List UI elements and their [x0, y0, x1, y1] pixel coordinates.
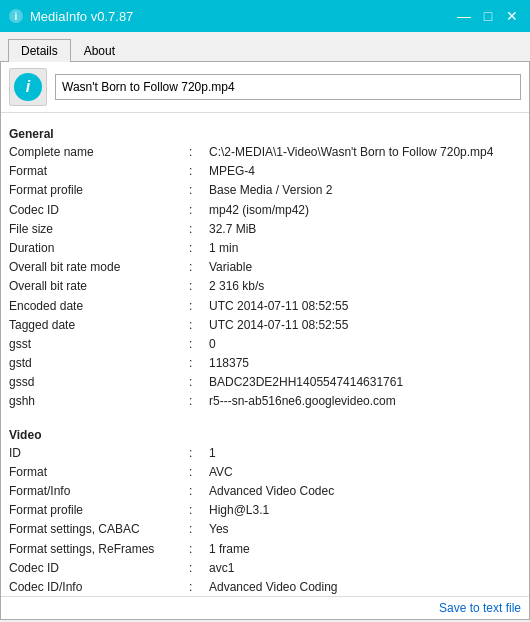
table-row: gshh : r5---sn-ab516ne6.googlevideo.com — [9, 392, 521, 411]
table-row: Overall bit rate mode : Variable — [9, 258, 521, 277]
table-row: Format profile : Base Media / Version 2 — [9, 181, 521, 200]
title-bar: i MediaInfo v0.7.87 — □ ✕ — [0, 0, 530, 32]
table-row: ID : 1 — [9, 444, 521, 463]
tab-details[interactable]: Details — [8, 39, 71, 62]
app-title: MediaInfo v0.7.87 — [30, 9, 133, 24]
info-area[interactable]: General Complete name : C:\2-MEDIA\1-Vid… — [1, 113, 529, 596]
table-row: Format : MPEG-4 — [9, 162, 521, 181]
table-row: File size : 32.7 MiB — [9, 220, 521, 239]
table-row: Encoded date : UTC 2014-07-11 08:52:55 — [9, 297, 521, 316]
file-icon-inner: i — [14, 73, 42, 101]
table-row: Format profile : High@L3.1 — [9, 501, 521, 520]
svg-text:i: i — [15, 11, 18, 22]
table-row: Codec ID : avc1 — [9, 559, 521, 578]
title-bar-left: i MediaInfo v0.7.87 — [8, 8, 133, 24]
table-row: gstd : 118375 — [9, 354, 521, 373]
icon-letter: i — [26, 78, 30, 96]
table-row: Codec ID/Info : Advanced Video Coding — [9, 578, 521, 596]
window-controls: — □ ✕ — [454, 6, 522, 26]
table-row: Format settings, ReFrames : 1 frame — [9, 540, 521, 559]
tab-about[interactable]: About — [71, 39, 128, 62]
main-content: i General Complete name : C:\2-MEDIA\1-V… — [0, 62, 530, 620]
app-icon: i — [8, 8, 24, 24]
table-row: Format/Info : Advanced Video Codec — [9, 482, 521, 501]
file-header: i — [1, 62, 529, 113]
table-row: Tagged date : UTC 2014-07-11 08:52:55 — [9, 316, 521, 335]
save-to-text-link[interactable]: Save to text file — [439, 601, 521, 615]
general-section-title: General — [9, 127, 521, 141]
table-row: Complete name : C:\2-MEDIA\1-Video\Wasn'… — [9, 143, 521, 162]
table-row: Format settings, CABAC : Yes — [9, 520, 521, 539]
table-row: Codec ID : mp42 (isom/mp42) — [9, 201, 521, 220]
close-button[interactable]: ✕ — [502, 6, 522, 26]
table-row: Format : AVC — [9, 463, 521, 482]
table-row: gsst : 0 — [9, 335, 521, 354]
file-icon: i — [9, 68, 47, 106]
table-row: gssd : BADC23DE2HH1405547414631761 — [9, 373, 521, 392]
tab-bar: Details About — [0, 32, 530, 62]
footer: Save to text file — [1, 596, 529, 619]
minimize-button[interactable]: — — [454, 6, 474, 26]
file-name-input[interactable] — [55, 74, 521, 100]
table-row: Overall bit rate : 2 316 kb/s — [9, 277, 521, 296]
maximize-button[interactable]: □ — [478, 6, 498, 26]
video-section-title: Video — [9, 428, 521, 442]
table-row: Duration : 1 min — [9, 239, 521, 258]
